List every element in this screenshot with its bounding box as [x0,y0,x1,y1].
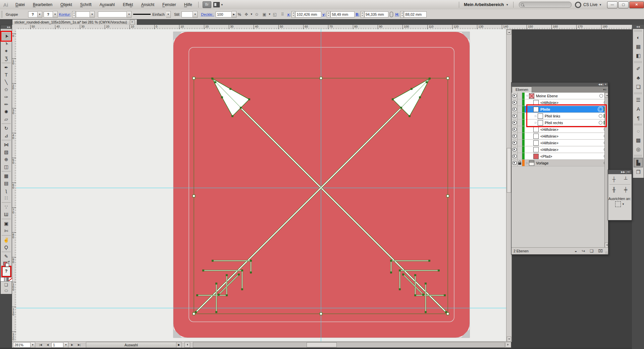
artboard-tool[interactable]: ▣ [1,220,12,227]
layer-lock-toggle[interactable] [518,140,522,146]
fill-stroke-control[interactable]: ⇄ [3,261,9,266]
drawing-mode-button[interactable]: ❏ [4,283,8,287]
anchor-point[interactable] [411,88,413,90]
menu-schrift[interactable]: Schrift [76,0,96,9]
anchor-point[interactable] [400,107,402,109]
layer-visibility-toggle[interactable] [512,119,518,126]
layer-name[interactable]: Pfeile [540,107,550,111]
layer-row-main[interactable]: <Hilfslinie> [525,126,608,133]
chevron-down-icon[interactable]: ▼ [268,13,271,16]
layer-lock-toggle[interactable] [518,119,522,126]
layer-visibility-toggle[interactable] [512,106,518,112]
width-stepper[interactable]: ▲▼ [361,11,364,18]
layer-target-icon[interactable] [599,114,602,118]
layer-row[interactable]: <Pfad> [512,153,608,160]
expand-icon[interactable]: ▷ [534,121,538,124]
eraser-tool[interactable]: ▱ [1,115,12,123]
restore-button[interactable]: ▢ [618,1,629,8]
last-page-button[interactable]: ▶| [76,342,83,347]
horizontal-scroll-thumb[interactable] [307,342,337,347]
anchor-point[interactable] [399,289,401,290]
transform-grid-icon[interactable]: ⠿ [279,11,286,17]
layer-row-main[interactable]: <Hilfslinie> [525,140,608,146]
layer-row[interactable]: <Hilfslinie> [512,126,608,133]
anchor-point[interactable] [232,115,233,117]
anchor-point[interactable] [390,272,392,273]
menu-ansicht[interactable]: Ansicht [137,0,158,9]
brush-definition-select[interactable]: ? [44,11,53,17]
layers-panel-header[interactable]: ◀◀ | ✕ [512,83,608,87]
anchor-point[interactable] [230,88,231,90]
panel-menu-icon[interactable]: ▾≡ [601,87,608,93]
lasso-tool[interactable]: Ʒ [1,55,12,62]
align-to-artboard-icon[interactable] [615,201,621,207]
star-tool[interactable]: ✩ [1,86,12,93]
anchor-point[interactable] [415,275,416,276]
scale-tool[interactable]: ⊿ [1,132,12,139]
gradient-button[interactable] [4,277,8,282]
y-field[interactable]: 58,49 mm [330,11,355,17]
layer-visibility-toggle[interactable] [512,153,518,159]
anchor-point[interactable] [429,78,431,80]
grafikstile-icon[interactable]: ❏ [633,82,644,91]
anchor-point[interactable] [409,115,411,117]
distribute-horizontal-center-icon[interactable]: ┼ [612,177,616,182]
magic-wand-tool[interactable]: ✶ [1,47,12,55]
zoom-tool[interactable]: Ϙ [1,244,12,251]
layer-thumbnail[interactable] [538,113,543,119]
horizontal-scrollbar[interactable] [193,342,505,348]
absatz-icon[interactable]: ¶ [633,113,644,122]
column-graph-tool[interactable]: Ш [1,211,12,218]
anchor-point[interactable] [212,78,213,80]
layer-target-icon[interactable] [599,121,602,124]
layer-thumbnail[interactable] [538,120,543,126]
x-label[interactable]: x: [287,12,291,16]
stroke-color-swatch[interactable] [5,263,9,267]
height-label[interactable]: H: [395,12,399,16]
expand-icon[interactable]: ▷ [525,161,529,164]
menu-fenster[interactable]: Fenster [158,0,180,9]
document-tab[interactable]: sticker_rounded-down_105x105mm_1s.ai* be… [12,19,137,25]
gradient-tool[interactable]: ▤ [1,180,12,187]
layer-name[interactable]: <Hilfslinie> [540,134,558,138]
opacity-field[interactable]: 100 [216,11,232,17]
layer-visibility-toggle[interactable] [512,126,518,133]
layer-row[interactable]: <Hilfslinie> [512,140,608,146]
mesh-tool[interactable]: ▦ [1,172,12,180]
dock-grip[interactable] [634,123,642,126]
blob-brush-tool[interactable]: ✺ [1,108,12,115]
minimize-button[interactable]: — [607,1,618,8]
anchor-point[interactable] [241,289,243,290]
anchor-point[interactable] [226,295,228,296]
layer-row-main[interactable]: <Hilfslinie> [525,99,608,106]
chevron-right-icon[interactable]: ▶ [232,11,236,18]
search-input[interactable] [519,2,572,8]
chevron-down-icon[interactable]: ▼ [127,11,131,18]
layer-row-main[interactable]: <Hilfslinie> [525,146,608,153]
farbe-icon[interactable]: ◐ [633,33,644,42]
arrange-documents-button[interactable]: ▼ [213,2,223,7]
stroke-weight-stepper[interactable]: ▲▼ [72,11,76,18]
anchor-point[interactable] [425,283,427,285]
reference-point-icon[interactable]: ▣ [261,11,268,17]
anchor-point[interactable] [195,311,197,313]
layer-row[interactable]: ▽Meine Ebene [512,93,608,99]
x-stepper[interactable]: ▲▼ [291,11,295,18]
anchor-point[interactable] [241,270,243,271]
next-page-button[interactable]: ▶ [69,342,75,347]
anchor-point[interactable] [215,82,216,83]
anchor-point[interactable] [216,283,217,285]
resize-grip[interactable] [605,251,608,254]
horizontal-ruler[interactable]: 5040302010010203040506070809010011012013… [16,25,632,30]
layer-visibility-toggle[interactable] [512,99,518,106]
anchor-point[interactable] [429,260,430,262]
help-page-icon[interactable]: ? [2,267,10,276]
layer-lock-toggle[interactable] [518,113,522,119]
layer-row-main[interactable]: <Hilfslinie> [525,133,608,139]
layer-thumbnail[interactable] [529,160,534,166]
bounding-box-icon[interactable]: ◱ [272,11,278,17]
slice-tool[interactable]: ✄ [1,227,12,235]
bounding-anchor[interactable] [320,313,322,315]
layer-row-main[interactable]: ▷Vorlage [525,160,608,166]
direct-selection-tool[interactable]: ➢ [1,40,12,47]
